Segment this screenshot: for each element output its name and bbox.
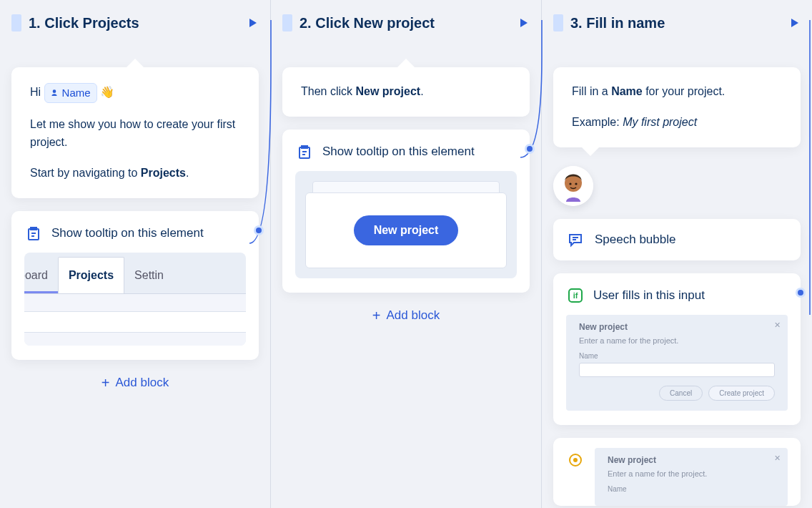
name-variable-chip[interactable]: Name bbox=[44, 83, 97, 103]
step-title: 2. Click New project bbox=[299, 15, 510, 31]
avatar bbox=[553, 166, 593, 206]
modal-preview: ✕ New project Enter a name for the proje… bbox=[566, 315, 788, 411]
intro-line: Let me show you how to create your first… bbox=[30, 116, 240, 152]
example-line: Example: My first project bbox=[572, 114, 782, 132]
speech-card: Hi Name 👋 Let me show you how to create … bbox=[11, 67, 259, 198]
step-marker bbox=[282, 14, 292, 31]
fill-name-line: Fill in a Name for your project. bbox=[572, 83, 782, 101]
cancel-button: Cancel bbox=[659, 386, 703, 401]
play-icon[interactable] bbox=[517, 16, 530, 29]
connector-dot bbox=[796, 288, 806, 298]
step-marker bbox=[553, 14, 563, 31]
new-project-button: New project bbox=[354, 215, 459, 245]
tabs-preview: board Projects Settin bbox=[24, 253, 246, 346]
step-title: 3. Fill in name bbox=[570, 15, 781, 31]
speech-card: Fill in a Name for your project. Example… bbox=[553, 67, 801, 147]
name-input-field bbox=[579, 363, 775, 377]
then-click-line: Then click New project. bbox=[301, 83, 511, 101]
add-block-button[interactable]: + Add block bbox=[282, 308, 530, 323]
step-title: 1. Click Projects bbox=[29, 15, 239, 31]
close-icon: ✕ bbox=[774, 454, 781, 463]
speech-bubble-block[interactable]: Speech bubble bbox=[553, 219, 801, 260]
svg-point-2 bbox=[569, 182, 571, 185]
modal-preview: ✕ New project Enter a name for the proje… bbox=[595, 448, 788, 506]
add-block-button[interactable]: + Add block bbox=[11, 376, 259, 390]
tab-dashboard-partial: board bbox=[24, 258, 58, 293]
speech-bubble-icon bbox=[566, 230, 585, 249]
step-2-column: 2. Click New project Then click New proj… bbox=[271, 0, 542, 508]
step-1-column: 1. Click Projects Hi Name 👋 Let me show … bbox=[0, 0, 271, 508]
speech-card: Then click New project. bbox=[282, 67, 530, 117]
play-icon[interactable] bbox=[246, 16, 259, 29]
step-3-column: 3. Fill in name Fill in a Name for your … bbox=[542, 0, 812, 508]
clipboard-icon bbox=[24, 224, 43, 243]
play-icon[interactable] bbox=[788, 16, 801, 29]
tab-projects: Projects bbox=[58, 257, 124, 293]
create-project-button: Create project bbox=[708, 386, 775, 401]
plus-icon: + bbox=[372, 308, 381, 323]
greeting-line: Hi Name 👋 bbox=[30, 83, 240, 103]
target-icon bbox=[566, 451, 585, 469]
svg-point-7 bbox=[573, 458, 578, 462]
step-header: 2. Click New project bbox=[282, 0, 530, 39]
svg-point-3 bbox=[575, 182, 577, 185]
tooltip-block: Show tooltip on this element New project bbox=[282, 130, 530, 293]
connector-dot bbox=[525, 144, 535, 154]
close-icon: ✕ bbox=[774, 321, 781, 330]
connector-dot bbox=[254, 225, 264, 235]
tooltip-block: Show tooltip on this element board Proje… bbox=[11, 211, 259, 360]
wave-emoji: 👋 bbox=[100, 86, 114, 98]
step-marker bbox=[11, 14, 21, 31]
if-icon: if bbox=[566, 286, 585, 305]
plus-icon: + bbox=[102, 376, 110, 390]
highlight-block: ✕ New project Enter a name for the proje… bbox=[553, 438, 801, 506]
step-header: 3. Fill in name bbox=[553, 0, 801, 39]
start-line: Start by navigating to Projects. bbox=[30, 165, 240, 182]
tooltip-block-label: Show tooltip on this element bbox=[322, 145, 475, 159]
step-header: 1. Click Projects bbox=[11, 0, 259, 39]
input-block-label: User fills in this input bbox=[593, 288, 705, 303]
input-check-block: if User fills in this input ✕ New projec… bbox=[553, 273, 801, 425]
speech-bubble-label: Speech bubble bbox=[595, 233, 675, 247]
new-project-preview: New project bbox=[295, 171, 517, 278]
clipboard-icon bbox=[295, 142, 314, 161]
tab-settings-partial: Settin bbox=[124, 258, 174, 293]
svg-text:if: if bbox=[573, 291, 578, 300]
tooltip-block-label: Show tooltip on this element bbox=[51, 226, 204, 240]
